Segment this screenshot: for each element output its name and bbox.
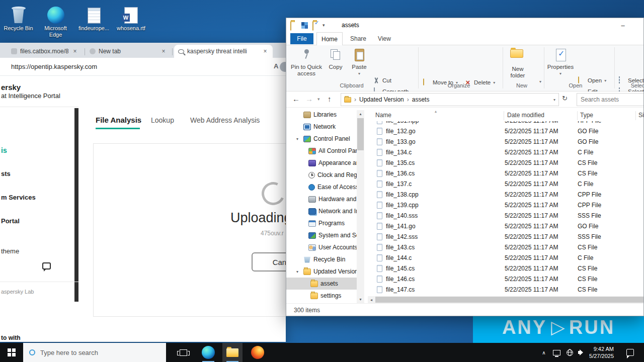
- tree-item-ease-of-access[interactable]: Ease of Access: [286, 181, 357, 193]
- paste-button[interactable]: Paste ▾: [348, 46, 371, 83]
- address-bar-url[interactable]: https://opentip.kaspersky.com: [11, 63, 97, 70]
- browser-tab-kaspersky[interactable]: kaspersky threat intelli ×: [174, 45, 273, 58]
- desktop-icon-findeurope[interactable]: findeurope...: [75, 3, 112, 32]
- properties-button[interactable]: Properties ▾: [546, 46, 575, 83]
- recent-locations-icon[interactable]: ▾: [317, 97, 320, 102]
- close-tab-icon[interactable]: ×: [71, 48, 78, 55]
- file-row[interactable]: file_138.cpp5/22/2025 11:17 AMCPP File: [364, 189, 644, 200]
- tree-item-network-internet[interactable]: Network and In...: [286, 205, 357, 217]
- file-row[interactable]: file_135.cs5/22/2025 11:17 AMCS File: [364, 157, 644, 168]
- up-icon[interactable]: ↑: [328, 95, 332, 103]
- read-aloud-icon[interactable]: A: [274, 62, 278, 70]
- scrollbar-thumb[interactable]: [375, 297, 644, 303]
- taskbar-search-input[interactable]: [40, 349, 166, 356]
- file-row[interactable]: file_134.c5/22/2025 11:17 AMC File: [364, 147, 644, 157]
- sidebar-scrollbar[interactable]: [74, 108, 78, 302]
- taskbar-edge-button[interactable]: [198, 343, 218, 362]
- task-view-button[interactable]: [173, 343, 193, 362]
- chevron-right-icon[interactable]: ›: [407, 96, 409, 103]
- tree-item-network[interactable]: Network: [286, 121, 357, 133]
- column-separator[interactable]: [577, 111, 578, 120]
- tab-file[interactable]: File: [290, 33, 313, 44]
- new-folder-qat-icon[interactable]: ✓: [312, 21, 313, 31]
- tree-item-appearance[interactable]: Appearance an...: [286, 157, 357, 169]
- desktop-icon-whosena-rtf[interactable]: whosena.rtf: [113, 3, 149, 32]
- column-separator[interactable]: [504, 111, 504, 120]
- browser-tab-new-tab[interactable]: New tab ×: [86, 45, 171, 58]
- tab-share[interactable]: Share: [346, 32, 371, 45]
- file-row[interactable]: file_141.go5/22/2025 11:17 AMGO File: [364, 221, 644, 231]
- file-row[interactable]: file_145.cs5/22/2025 11:17 AMCS File: [364, 263, 644, 274]
- file-row[interactable]: file_147.cs5/22/2025 11:17 AMCS File: [364, 284, 644, 295]
- tree-item-settings[interactable]: settings: [286, 290, 357, 302]
- file-row[interactable]: file_132.go5/22/2025 11:17 AMGO File: [364, 126, 644, 136]
- tree-item-all-control-panel-items[interactable]: All Control Par...: [286, 145, 357, 157]
- taskbar-firefox-button[interactable]: [248, 343, 268, 362]
- start-button[interactable]: [0, 343, 23, 362]
- minimize-button[interactable]: –: [614, 18, 631, 32]
- taskbar-search[interactable]: [23, 343, 166, 362]
- browser-tab-catbox[interactable]: files.catbox.moe/8om ×: [7, 45, 83, 58]
- tree-item-recycle-bin[interactable]: Recycle Bin: [286, 253, 357, 265]
- nav-item-fragment[interactable]: m Services: [1, 194, 36, 201]
- close-tab-icon[interactable]: ×: [262, 48, 269, 55]
- back-icon[interactable]: ←: [292, 95, 300, 103]
- tree-scrollbar[interactable]: ▴ ▾: [357, 110, 364, 303]
- scroll-left-icon[interactable]: ◂: [368, 296, 375, 303]
- tree-item-assets[interactable]: assets: [286, 278, 357, 290]
- column-header-name[interactable]: Name: [375, 112, 391, 119]
- properties-qat-icon[interactable]: [301, 22, 308, 29]
- refresh-icon[interactable]: ↻: [562, 95, 568, 102]
- column-header-size[interactable]: Size: [638, 112, 644, 119]
- tree-item-hardware-sound[interactable]: Hardware and ...: [286, 193, 357, 205]
- expand-arrow-icon[interactable]: ▾: [296, 137, 298, 141]
- pin-to-quick-access-button[interactable]: Pin to Quick access: [290, 46, 323, 83]
- scroll-down-icon[interactable]: ▾: [357, 296, 364, 303]
- copy-button[interactable]: Copy: [325, 46, 347, 83]
- nav-item-fragment[interactable]: is: [1, 146, 7, 154]
- file-row[interactable]: file_137.c5/22/2025 11:17 AMC File: [364, 178, 644, 189]
- column-header-type[interactable]: Type: [580, 112, 593, 119]
- file-row[interactable]: file_136.cs5/22/2025 11:17 AMCS File: [364, 168, 644, 178]
- taskbar-explorer-button[interactable]: [222, 343, 243, 362]
- action-center-button[interactable]: [620, 343, 640, 362]
- tab-lookup[interactable]: Lookup: [151, 116, 174, 124]
- folder-icon[interactable]: [290, 21, 291, 31]
- file-row[interactable]: file_143.cs5/22/2025 11:17 AMCS File: [364, 242, 644, 252]
- scrollbar-thumb[interactable]: [357, 118, 364, 150]
- file-row[interactable]: file_140.sss5/22/2025 11:17 AMSSS File: [364, 210, 644, 221]
- tree-item-control-panel[interactable]: ▾Control Panel: [286, 133, 357, 145]
- forward-icon[interactable]: →: [305, 95, 313, 103]
- nav-item-fragment[interactable]: sts: [1, 170, 11, 177]
- tray-show-hidden-icons[interactable]: ∧: [538, 343, 549, 362]
- tray-network-button[interactable]: [564, 343, 576, 362]
- file-row[interactable]: file_146.cs5/22/2025 11:17 AMCS File: [364, 274, 644, 284]
- new-folder-button[interactable]: New folder: [506, 46, 530, 83]
- cancel-button[interactable]: Cancel: [252, 252, 286, 272]
- file-row[interactable]: file_131.hpp5/22/2025 11:17 AMHPP File: [364, 121, 644, 126]
- breadcrumb-updated-version[interactable]: Updated Version: [359, 96, 404, 103]
- tree-item-system-security[interactable]: System and Se...: [286, 229, 357, 241]
- nav-item-fragment[interactable]: Portal: [1, 217, 20, 225]
- scroll-up-icon[interactable]: ▴: [357, 110, 364, 118]
- column-header-date-modified[interactable]: Date modified: [507, 112, 544, 119]
- desktop-icon-recycle-bin[interactable]: Recycle Bin: [0, 3, 37, 32]
- file-row[interactable]: file_144.c5/22/2025 11:17 AMC File: [364, 252, 644, 263]
- taskbar-clock[interactable]: 9:42 AM 5/27/2025: [583, 345, 614, 359]
- tab-home[interactable]: Home: [316, 32, 343, 45]
- desktop-icon-edge[interactable]: Microsoft Edge: [37, 3, 74, 38]
- theme-toggle-label-fragment[interactable]: theme: [1, 247, 19, 255]
- file-row[interactable]: file_133.go5/22/2025 11:17 AMGO File: [364, 136, 644, 147]
- qat-customize-icon[interactable]: ▾: [323, 23, 325, 28]
- tree-item-programs[interactable]: Programs: [286, 217, 357, 229]
- tab-file-analysis[interactable]: File Analysis: [96, 116, 141, 124]
- tray-display-button[interactable]: [550, 343, 562, 362]
- expand-arrow-icon[interactable]: ▾: [296, 269, 298, 274]
- tab-view[interactable]: View: [373, 32, 396, 45]
- close-tab-icon[interactable]: ×: [160, 48, 167, 55]
- tree-item-clock-region[interactable]: Clock and Regi...: [286, 169, 357, 181]
- column-separator[interactable]: [635, 111, 636, 120]
- profile-avatar[interactable]: [280, 62, 286, 72]
- new-item-button[interactable]: ▾: [530, 76, 541, 86]
- breadcrumb-assets[interactable]: assets: [412, 96, 430, 103]
